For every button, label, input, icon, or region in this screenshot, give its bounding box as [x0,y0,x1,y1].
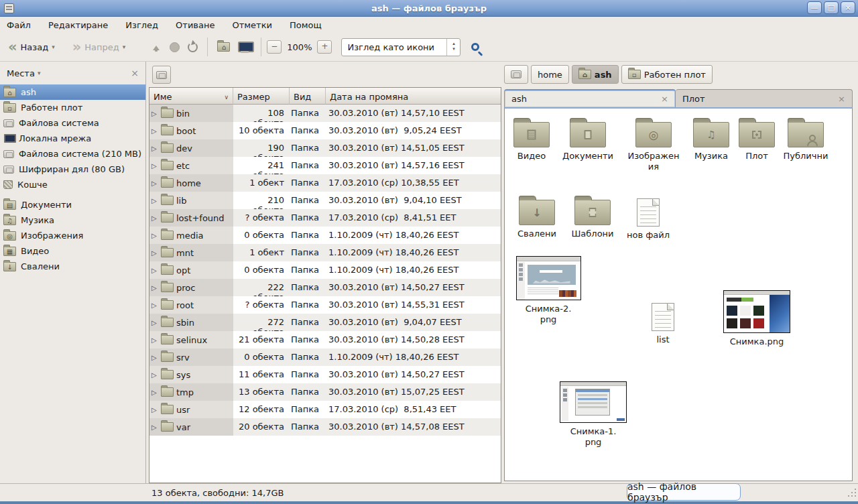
icon-item-snimka1[interactable]: Снимка-1.png [560,381,627,447]
path-root-button[interactable] [504,65,528,84]
tab-close-icon[interactable]: × [838,94,845,104]
zoom-out-button[interactable]: − [267,40,282,54]
expander-icon[interactable]: ▷ [151,162,158,170]
expander-icon[interactable]: ▷ [151,424,158,431]
table-row[interactable]: ▷etc 241 обекта Папка 30.03.2010 (вт) 14… [149,157,501,174]
sidebar-close-icon[interactable]: × [131,68,139,78]
icon-item-new-file[interactable]: нов файл [620,194,676,241]
sidebar-item-downloads[interactable]: ↓ Свалени [0,259,145,274]
tab-desktop[interactable]: Плот × [676,89,853,107]
table-row[interactable]: ▷media 0 обекта Папка 1.10.2009 (чт) 18,… [149,227,501,244]
expander-icon[interactable]: ▷ [151,232,158,239]
reload-button[interactable] [184,40,202,55]
column-header-type[interactable]: Вид [290,88,326,105]
home-button[interactable]: ⌂ [213,40,234,54]
window-titlebar[interactable]: ash — файлов браузър — □ × [0,0,858,17]
icon-item-downloads[interactable]: ↓ Свалени [509,194,565,239]
expander-icon[interactable]: ▷ [151,319,158,326]
table-row[interactable]: ▷tmp 13 обекта Папка 30.03.2010 (вт) 15,… [149,383,501,401]
table-row[interactable]: ▷opt 0 обекта Папка 1.10.2009 (чт) 18,40… [149,261,501,279]
icon-item-templates[interactable]: Шаблони [564,194,621,239]
icon-item-snimka[interactable]: Снимка.png [720,290,794,347]
expander-icon[interactable]: ▷ [151,284,158,292]
menu-file[interactable]: Файл [7,19,39,32]
icon-item-list[interactable]: list [635,299,691,345]
expander-icon[interactable]: ▷ [151,249,158,257]
path-home-button[interactable]: home [531,65,569,84]
forward-button[interactable]: » Напред ▾ [68,38,130,56]
table-row[interactable]: ▷root ? обекта Папка 30.03.2010 (вт) 14,… [149,296,501,314]
column-header-date[interactable]: Дата на промяна [326,88,501,105]
sidebar-item-network[interactable]: Локална мрежа [0,131,145,146]
icon-item-snimka2[interactable]: Снимка-2.png [515,256,582,324]
expander-icon[interactable]: ▷ [151,389,158,396]
sidebar-item-documents[interactable]: ▤ Документи [0,197,145,212]
maximize-button[interactable]: □ [824,1,839,14]
stop-button[interactable] [166,40,184,55]
sidebar-item-music[interactable]: ♫ Музика [0,212,145,228]
sidebar-item-pictures[interactable]: ◎ Изображения [0,228,145,243]
table-row[interactable]: ▷lost+found ? обекта Папка 17.03.2010 (с… [149,209,501,227]
table-row[interactable]: ▷lib 210 обекта Папка 30.03.2010 (вт) 9,… [149,192,501,209]
icon-item-public[interactable]: Публични [778,117,834,162]
expander-icon[interactable]: ▷ [151,267,158,274]
sidebar-item-home[interactable]: ⌂ ash [0,84,145,100]
menu-go[interactable]: Отиване [176,19,223,32]
table-row[interactable]: ▷selinux 21 обекта Папка 30.03.2010 (вт)… [149,331,501,349]
menu-view[interactable]: Изглед [125,19,166,32]
sidebar-item-video[interactable]: ▦ Видео [0,243,145,259]
combo-spinner-icon[interactable]: ▴▾ [446,39,460,56]
back-button[interactable]: « Назад ▾ [4,38,59,56]
table-row[interactable]: ▷boot 10 обекта Папка 30.03.2010 (вт) 9,… [149,122,501,139]
menu-help[interactable]: Помощ [290,19,330,32]
search-icon[interactable] [471,43,479,51]
table-row[interactable]: ▷proc 222 обекта Папка 30.03.2010 (вт) 1… [149,279,501,296]
path-ash-button[interactable]: ⌂ ash [572,65,619,84]
table-row[interactable]: ▷home 1 обект Папка 17.03.2010 (ср) 10,3… [149,174,501,192]
tab-close-icon[interactable]: × [661,94,668,104]
icon-item-pictures[interactable]: ◎ Изображения [625,117,682,172]
icon-view[interactable]: Видео Документи ◎ Изображения ♫ Музика П… [504,107,853,481]
table-row[interactable]: ▷srv 0 обекта Папка 1.10.2009 (чт) 18,40… [149,349,501,366]
sidebar-item-trash[interactable]: Кошче [0,177,145,192]
sidebar-title[interactable]: Места [7,68,35,78]
zoom-in-button[interactable]: + [317,40,332,54]
expander-icon[interactable]: ▷ [151,406,158,414]
expander-icon[interactable]: ▷ [151,197,158,204]
sidebar-dropdown-icon[interactable]: ▾ [38,70,41,76]
icon-item-documents[interactable]: Документи [560,117,616,162]
expander-icon[interactable]: ▷ [151,110,158,117]
icon-item-video[interactable]: Видео [503,117,560,162]
icon-item-desktop[interactable]: Плот [729,117,785,162]
close-button[interactable]: × [841,1,855,14]
table-row[interactable]: ▷usr 12 обекта Папка 17.03.2010 (ср) 8,5… [149,401,501,418]
sidebar-item-desktop[interactable]: ▫ Работен плот [0,100,145,115]
resize-grip[interactable] [847,488,857,497]
table-row[interactable]: ▷dev 190 обекта Папка 30.03.2010 (вт) 14… [149,139,501,157]
column-header-size[interactable]: Размер [233,88,290,105]
minimize-button[interactable]: — [807,1,822,14]
expander-icon[interactable]: ▷ [151,145,158,152]
expander-icon[interactable]: ▷ [151,214,158,222]
table-row[interactable]: ▷mnt 1 обект Папка 1.10.2009 (чт) 18,40,… [149,244,501,261]
tree-root-button[interactable] [152,66,171,84]
expander-icon[interactable]: ▷ [151,180,158,187]
up-button[interactable] [147,39,166,55]
column-header-name[interactable]: Име ∨ [149,88,233,105]
table-row[interactable]: ▷sys 11 обекта Папка 30.03.2010 (вт) 14,… [149,366,501,383]
menu-bookmarks[interactable]: Отметки [232,19,280,32]
back-dropdown-icon[interactable]: ▾ [52,44,55,50]
expander-icon[interactable]: ▷ [151,354,158,361]
view-mode-select[interactable]: Изглед като икони ▴▾ [341,38,461,56]
expander-icon[interactable]: ▷ [151,302,158,309]
sidebar-item-encrypted[interactable]: Шифриран дял (80 GB) [0,162,145,177]
table-row[interactable]: ▷sbin 272 обекта Папка 30.03.2010 (вт) 9… [149,314,501,331]
sidebar-item-filesystem-210mb[interactable]: Файлова система (210 MB) [0,146,145,162]
table-row[interactable]: ▷var 20 обекта Папка 30.03.2010 (вт) 14,… [149,418,501,436]
tab-ash[interactable]: ash × [504,89,676,107]
expander-icon[interactable]: ▷ [151,127,158,135]
menu-edit[interactable]: Редактиране [48,19,116,32]
path-desktop-button[interactable]: ▫ Работен плот [621,65,713,84]
computer-button[interactable] [234,39,255,56]
expander-icon[interactable]: ▷ [151,336,158,344]
